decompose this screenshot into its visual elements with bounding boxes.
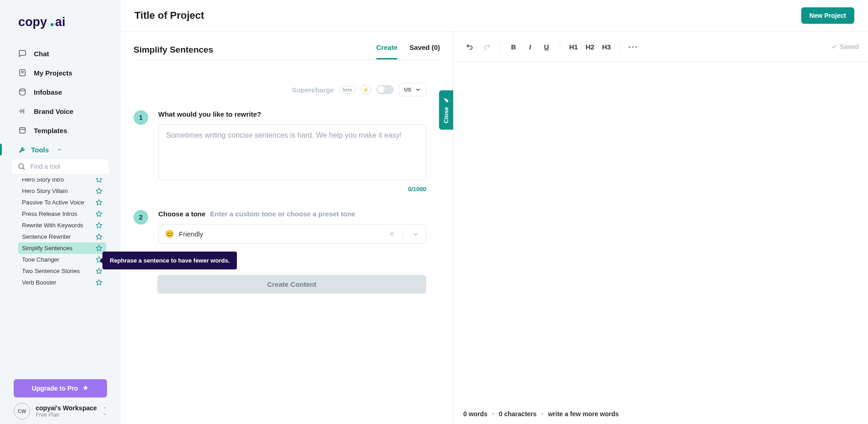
tool-list[interactable]: Hero Story IntroHero Story VillainPassiv… xyxy=(18,178,109,288)
nav-label: My Projects xyxy=(34,69,72,77)
pencil-icon: ✎ xyxy=(443,97,450,103)
bold-button[interactable]: B xyxy=(506,39,521,54)
svg-marker-16 xyxy=(96,188,102,193)
tool-tooltip: Rephrase a sentence to have fewer words. xyxy=(102,252,237,269)
tool-item-label: Two Sentence Stories xyxy=(22,268,80,274)
tool-item-label: Hero Story Villain xyxy=(22,188,68,194)
star-icon[interactable] xyxy=(96,222,102,229)
nav-list: Chat My Projects Infobase Brand Voice Te… xyxy=(0,44,121,159)
nav-label: Infobase xyxy=(34,88,62,96)
badge-icon xyxy=(82,385,89,392)
h2-button[interactable]: H2 xyxy=(582,39,598,54)
more-button[interactable]: ••• xyxy=(626,39,641,54)
sidebar-item-projects[interactable]: My Projects xyxy=(18,63,102,82)
tool-item[interactable]: Hero Story Intro xyxy=(18,178,106,185)
sidebar-item-templates[interactable]: Templates xyxy=(18,121,102,140)
svg-marker-18 xyxy=(96,211,102,216)
tool-title: Simplify Sentences xyxy=(134,45,213,55)
form-panel: Simplify Sentences Create Saved (0) Supe… xyxy=(121,32,453,424)
tool-item[interactable]: Press Release Intros xyxy=(18,208,106,220)
clear-icon[interactable]: × xyxy=(386,229,398,239)
sidebar-item-brand-voice[interactable]: Brand Voice xyxy=(18,102,102,121)
editor-footer: 0 words • 0 characters • write a few mor… xyxy=(453,404,868,424)
svg-marker-24 xyxy=(96,279,102,285)
tool-item[interactable]: Passive To Active Voice xyxy=(18,197,106,208)
active-indicator xyxy=(0,144,2,156)
tool-search[interactable] xyxy=(12,159,109,174)
tool-item-label: Rewrite With Keywords xyxy=(22,222,83,229)
h1-button[interactable]: H1 xyxy=(566,39,581,54)
chevron-down-icon xyxy=(415,86,421,93)
star-icon[interactable] xyxy=(96,268,102,274)
workspace-switcher[interactable]: CW copyai's Workspace Free Plan ⌃⌄ xyxy=(0,403,121,424)
svg-text:copy: copy xyxy=(18,15,47,29)
search-icon xyxy=(17,162,26,171)
star-icon[interactable] xyxy=(96,178,102,183)
editor-body[interactable] xyxy=(453,62,868,404)
search-input[interactable] xyxy=(30,163,110,170)
star-icon[interactable] xyxy=(96,279,102,286)
chat-icon xyxy=(18,49,27,58)
footer-hint: write a few more words xyxy=(548,410,619,418)
tool-item[interactable]: Sentence Rewriter xyxy=(18,231,106,242)
h3-button[interactable]: H3 xyxy=(599,39,614,54)
svg-marker-23 xyxy=(96,268,102,274)
page-title[interactable]: Title of Project xyxy=(134,10,204,21)
tool-item-label: Sentence Rewriter xyxy=(22,233,71,240)
tool-item[interactable]: Two Sentence Stories xyxy=(18,265,106,277)
star-icon[interactable] xyxy=(96,188,102,194)
svg-marker-15 xyxy=(96,178,102,182)
new-project-button[interactable]: New Project xyxy=(801,7,854,24)
svg-rect-11 xyxy=(20,128,25,133)
tool-item[interactable]: Verb Booster xyxy=(18,277,106,288)
upgrade-button[interactable]: Upgrade to Pro xyxy=(14,379,107,397)
redo-button[interactable] xyxy=(479,39,494,54)
tone-select[interactable]: 😊 Friendly × xyxy=(158,224,426,244)
avatar: CW xyxy=(14,403,30,419)
tool-item[interactable]: Rewrite With Keywords xyxy=(18,220,106,231)
logo: copyai xyxy=(0,9,121,44)
tool-item-label: Passive To Active Voice xyxy=(22,199,84,206)
step-number-2: 2 xyxy=(134,210,148,225)
tab-saved[interactable]: Saved (0) xyxy=(409,40,440,59)
nav-label: Tools xyxy=(31,146,49,154)
toolbar: B I U H1 H2 H3 ••• Saved xyxy=(453,32,868,62)
star-icon[interactable] xyxy=(96,233,102,240)
tools-icon xyxy=(18,145,27,154)
projects-icon xyxy=(18,69,27,77)
step-2-label: Choose a tone xyxy=(158,210,205,218)
tool-item[interactable]: Hero Story Villain xyxy=(18,185,106,197)
tab-create[interactable]: Create xyxy=(376,40,398,59)
undo-button[interactable] xyxy=(462,39,478,54)
tool-item[interactable]: Tone Changer xyxy=(18,254,106,265)
svg-marker-20 xyxy=(96,234,102,239)
sidebar-item-infobase[interactable]: Infobase xyxy=(18,82,102,102)
editor-panel: B I U H1 H2 H3 ••• Saved xyxy=(453,32,868,424)
close-panel-button[interactable]: Close ✎ xyxy=(439,90,453,129)
rewrite-input[interactable] xyxy=(158,124,426,180)
language-value: US xyxy=(404,87,411,92)
italic-button[interactable]: I xyxy=(522,39,538,54)
star-icon[interactable] xyxy=(96,199,102,206)
main: Title of Project New Project Simplify Se… xyxy=(121,0,868,424)
step-1-label: What would you like to rewrite? xyxy=(158,110,426,118)
saved-indicator: Saved xyxy=(831,43,859,50)
tone-value: Friendly xyxy=(179,230,381,238)
sidebar-item-chat[interactable]: Chat xyxy=(18,44,102,63)
nav-label: Chat xyxy=(34,50,49,58)
svg-text:ai: ai xyxy=(55,15,65,29)
brand-voice-icon xyxy=(18,107,27,115)
supercharge-toggle[interactable] xyxy=(376,85,394,94)
star-icon[interactable] xyxy=(96,210,102,217)
word-count: 0 words xyxy=(463,410,488,418)
underline-button[interactable]: U xyxy=(539,39,554,54)
tool-item-label: Verb Booster xyxy=(22,279,56,286)
create-content-button[interactable]: Create Content xyxy=(157,275,426,294)
language-select[interactable]: US xyxy=(399,83,426,97)
chevron-down-icon[interactable] xyxy=(407,231,419,238)
sidebar-item-tools[interactable]: Tools xyxy=(18,140,102,159)
star-icon[interactable] xyxy=(96,245,102,252)
templates-icon xyxy=(18,126,27,134)
tool-item[interactable]: Simplify Sentences xyxy=(18,242,106,254)
beta-badge: beta xyxy=(339,86,355,94)
